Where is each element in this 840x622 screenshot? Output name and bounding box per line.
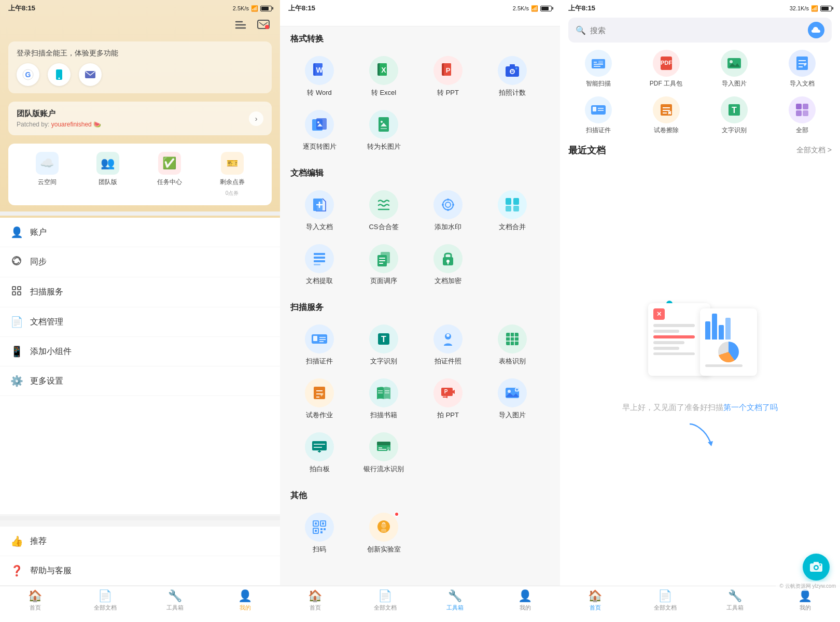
tool-ocr[interactable]: T 文字识别 [353, 319, 415, 371]
me-icon-2: 👤 [518, 589, 532, 603]
tool-to-word[interactable]: W 转 Word [288, 51, 351, 103]
menu-scan-service[interactable]: 扫描服务 [0, 277, 280, 307]
all-docs-link[interactable]: 全部文档 > [796, 146, 832, 155]
svg-rect-31 [316, 118, 327, 130]
tool-id-photo[interactable]: 拍证件照 [417, 319, 479, 371]
team-btn[interactable]: 👥 团队版 [96, 152, 119, 197]
tools-icon-1: 🔧 [168, 589, 182, 603]
toolbox-content: 格式转换 W 转 Word [280, 26, 560, 586]
tool-cs-sign[interactable]: CS合合签 [353, 185, 415, 237]
team-banner[interactable]: 团队版账户 Patched by: youarefinished 🍉 › [8, 102, 272, 135]
nav-docs-3[interactable]: 📄 全部文档 [630, 589, 700, 612]
nav-tools-1[interactable]: 🔧 工具箱 [140, 589, 210, 612]
smart-scan-icon [585, 50, 612, 77]
text-ocr-icon: T [721, 96, 748, 123]
qt-import-img[interactable]: 导入图片 [702, 50, 766, 88]
svg-rect-101 [315, 522, 317, 525]
tool-page-order[interactable]: 页面调序 [353, 239, 415, 291]
team-info: 团队版账户 Patched by: youarefinished 🍉 [17, 109, 101, 128]
login-banner: 登录扫描全能王，体验更多功能 G [8, 41, 272, 93]
tool-table-ocr[interactable]: 表格识别 [481, 319, 543, 371]
tool-scan-id[interactable]: 扫描证件 [288, 319, 351, 371]
menu-help[interactable]: ❓ 帮助与客服 [0, 556, 280, 586]
tool-scan-book[interactable]: 扫描书籍 [353, 373, 415, 425]
svg-rect-115 [598, 61, 603, 64]
search-input[interactable] [590, 26, 804, 35]
tool-import-doc[interactable]: 导入文档 [288, 185, 351, 237]
svg-point-110 [381, 523, 386, 528]
doc-merge-icon [498, 190, 527, 219]
to-ppt-icon: P [433, 56, 463, 85]
menu-more-settings[interactable]: ⚙️ 更多设置 [0, 366, 280, 396]
svg-rect-108 [320, 531, 323, 533]
message-icon[interactable] [255, 17, 272, 33]
svg-point-68 [446, 334, 450, 337]
tool-to-long-img[interactable]: 转为长图片 [353, 105, 415, 157]
exam-icon [305, 378, 334, 407]
menu-icon[interactable] [232, 17, 249, 33]
nav-home-3[interactable]: 🏠 首页 [560, 589, 630, 612]
doc-edit-grid: 导入文档 CS合合签 [280, 183, 560, 295]
tool-snap-ppt[interactable]: P 拍 PPT [417, 373, 479, 425]
nav-home-1[interactable]: 🏠 首页 [0, 589, 70, 612]
tool-bank-ocr[interactable]: 银行流水识别 [353, 427, 415, 479]
phone-login-btn[interactable] [48, 63, 71, 86]
section-scan-title: 扫描服务 [280, 295, 560, 317]
cloud-sync-icon[interactable] [808, 22, 824, 38]
tool-watermark[interactable]: 添加水印 [417, 185, 479, 237]
search-bar[interactable]: 🔍 [568, 18, 832, 43]
tool-doc-extract[interactable]: 文档提取 [288, 239, 351, 291]
qt-scan-id[interactable]: 扫描证件 [566, 96, 630, 135]
cloud-btn[interactable]: ☁️ 云空间 [36, 152, 59, 197]
tool-lab[interactable]: 创新实验室 [353, 507, 415, 559]
tool-import-img[interactable]: 导入图片 [481, 373, 543, 425]
battery-2 [540, 6, 552, 11]
qt-pdf-tools[interactable]: PDF PDF 工具包 [634, 50, 698, 88]
home-icon-2: 🏠 [308, 589, 322, 603]
exam-label: 试卷作业 [306, 411, 333, 420]
nav-tools-2[interactable]: 🔧 工具箱 [420, 589, 490, 612]
menu-account[interactable]: 👤 账户 [0, 218, 280, 247]
qt-text-ocr[interactable]: T 文字识别 [702, 96, 766, 135]
to-word-icon: W [305, 56, 334, 85]
menu-add-widget[interactable]: 📱 添加小组件 [0, 337, 280, 366]
coupon-btn[interactable]: 🎫 剩余点券 0点券 [220, 152, 245, 197]
import-img-icon [498, 378, 527, 407]
tool-doc-encrypt[interactable]: 文档加密 [417, 239, 479, 291]
doc-card-2 [700, 308, 757, 376]
svg-rect-103 [322, 522, 324, 525]
nav-me-1[interactable]: 👤 我的 [210, 589, 280, 612]
email-login-btn[interactable] [79, 63, 102, 86]
task-btn[interactable]: ✅ 任务中心 [157, 152, 182, 197]
tool-page-to-img[interactable]: 逐页转图片 [288, 105, 351, 157]
menu-recommend[interactable]: 👍 推荐 [0, 527, 280, 556]
qt-import-doc[interactable]: 导入文档 [770, 50, 834, 88]
import-img-label: 导入图片 [499, 411, 526, 420]
svg-point-58 [446, 260, 450, 263]
tool-to-excel[interactable]: X 转 Excel [353, 51, 415, 103]
nav-me-2[interactable]: 👤 我的 [490, 589, 560, 612]
tool-qrcode[interactable]: 扫码 [288, 507, 351, 559]
nav-home-2[interactable]: 🏠 首页 [280, 589, 350, 612]
qt-smart-scan[interactable]: 智能扫描 [566, 50, 630, 88]
tool-whiteboard[interactable]: 拍白板 [288, 427, 351, 479]
nav-me-3[interactable]: 👤 我的 [770, 589, 840, 612]
nav-home-label-1: 首页 [30, 604, 41, 612]
qt-all[interactable]: 全部 [770, 96, 834, 135]
nav-docs-1[interactable]: 📄 全部文档 [70, 589, 140, 612]
nav-tools-3[interactable]: 🔧 工具箱 [700, 589, 770, 612]
page-to-img-icon [305, 110, 334, 139]
tool-photo-count[interactable]: 123 拍照计数 [481, 51, 543, 103]
menu-doc-manage[interactable]: 📄 文档管理 [0, 307, 280, 337]
team-arrow[interactable]: › [249, 111, 263, 126]
menu-sync[interactable]: 同步 [0, 247, 280, 277]
tool-doc-merge[interactable]: 文档合并 [481, 185, 543, 237]
network-speed-3: 32.1K/s [790, 5, 809, 11]
camera-fab[interactable] [803, 554, 830, 581]
qt-erase-exam[interactable]: 试卷擦除 [634, 96, 698, 135]
google-login-btn[interactable]: G [17, 63, 39, 86]
tool-to-ppt[interactable]: P 转 PPT [417, 51, 479, 103]
tool-exam[interactable]: 试卷作业 [288, 373, 351, 425]
ocr-label: 文字识别 [370, 357, 397, 366]
nav-docs-2[interactable]: 📄 全部文档 [350, 589, 420, 612]
